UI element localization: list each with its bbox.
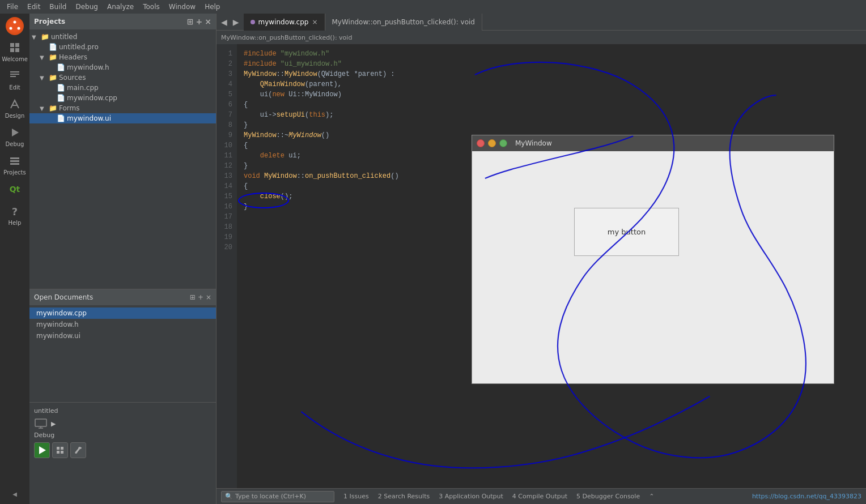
menu-bar: File Edit Build Debug Analyze Tools Wind… <box>0 0 866 14</box>
h-file-icon: 📄 <box>56 63 66 71</box>
monitor-icon <box>34 418 48 429</box>
menu-build[interactable]: Build <box>45 3 71 11</box>
sidebar-item-design[interactable]: Design <box>1 94 28 122</box>
code-line-9: } <box>244 120 859 130</box>
svg-rect-13 <box>10 157 19 159</box>
preview-content: my button <box>472 151 834 383</box>
debug-step-button[interactable] <box>52 442 68 458</box>
design-label: Design <box>5 113 25 119</box>
open-doc-mywindow-ui[interactable]: mywindow.ui <box>29 330 216 341</box>
tree-arrow: ▼ <box>40 75 48 81</box>
project-panel-header: Projects ⊞ + × <box>29 14 216 29</box>
tab-mywindow-cpp[interactable]: mywindow.cpp × <box>244 14 325 31</box>
menu-analyze[interactable]: Analyze <box>103 3 138 11</box>
status-url[interactable]: https://blog.csdn.net/qq_43393823 <box>752 493 861 500</box>
folder-icon: 📁 <box>48 74 58 82</box>
help-label: Help <box>9 220 22 226</box>
sidebar-icons: Welcome Edit Design Debug Projects <box>0 14 29 504</box>
editor-area: ◀ ▶ mywindow.cpp × MyWindow::on_pushButt… <box>216 14 866 504</box>
tree-label: main.cpp <box>67 84 99 92</box>
tree-arrow: ▼ <box>40 105 48 112</box>
sidebar-item-collapse[interactable]: ◀ <box>1 484 28 504</box>
status-search-box[interactable]: 🔍 Type to locate (Ctrl+K) <box>221 491 334 502</box>
tree-item-headers[interactable]: ▼ 📁 Headers <box>29 52 216 62</box>
svg-rect-22 <box>61 451 63 454</box>
welcome-label: Welcome <box>2 56 28 62</box>
win-maximize-button[interactable] <box>499 139 507 147</box>
preview-window-title: MyWindow <box>515 139 552 147</box>
tree-item-untitled[interactable]: ▼ 📁 untitled <box>29 32 216 42</box>
debug-label: Debug <box>6 141 24 147</box>
tree-item-forms[interactable]: ▼ 📁 Forms <box>29 103 216 113</box>
tab-function-sig[interactable]: MyWindow::on_pushButton_clicked(): void <box>325 14 482 31</box>
menu-debug[interactable]: Debug <box>71 3 102 11</box>
win-minimize-button[interactable] <box>488 139 496 147</box>
menu-window[interactable]: Window <box>164 3 200 11</box>
status-tab-compile[interactable]: 4 Compile Output <box>512 493 567 500</box>
win-close-button[interactable] <box>477 139 485 147</box>
svg-rect-6 <box>10 48 14 52</box>
panel-close-icon[interactable]: × <box>205 17 211 26</box>
sidebar-item-qt[interactable]: Qt <box>1 179 28 201</box>
sidebar-item-welcome[interactable]: Welcome <box>1 37 28 66</box>
svg-rect-8 <box>10 71 19 72</box>
panel-filter-icon[interactable]: ⊞ <box>187 17 194 26</box>
tree-item-mywindow-cpp[interactable]: 📄 mywindow.cpp <box>29 93 216 103</box>
tab-label2: MyWindow::on_pushButton_clicked(): void <box>332 18 475 26</box>
tree-item-mywindow-h[interactable]: 📄 mywindow.h <box>29 62 216 72</box>
debug-play-button[interactable] <box>34 442 50 458</box>
sidebar-item-help[interactable]: ? Help <box>1 201 28 229</box>
status-tab-expand-icon[interactable]: ⌃ <box>649 493 654 500</box>
line-numbers: 12345 678910 1112131415 1617181920 <box>216 44 237 488</box>
menu-help[interactable]: Help <box>200 3 224 11</box>
open-docs-header: Open Documents ⊞ + × <box>29 289 216 305</box>
preview-titlebar: MyWindow <box>472 135 834 151</box>
collapse-icon: ◀ <box>8 487 22 501</box>
tree-item-mywindow-ui[interactable]: 📄 mywindow.ui <box>29 113 216 123</box>
tab-close-icon[interactable]: × <box>312 18 317 26</box>
open-docs-close-icon[interactable]: × <box>206 293 211 301</box>
folder-icon: 📁 <box>48 53 58 61</box>
tree-label: Forms <box>59 104 79 112</box>
status-tab-app-output[interactable]: 3 Application Output <box>439 493 503 500</box>
play-triangle-icon <box>39 446 46 454</box>
menu-file[interactable]: File <box>2 3 23 11</box>
step-icon <box>56 446 64 454</box>
menu-tools[interactable]: Tools <box>138 3 164 11</box>
code-line-7: { <box>244 100 859 110</box>
my-button[interactable]: my button <box>574 208 679 256</box>
panel-add-icon[interactable]: + <box>196 17 203 26</box>
sidebar-item-debug[interactable]: Debug <box>1 122 28 151</box>
tree-item-sources[interactable]: ▼ 📁 Sources <box>29 72 216 83</box>
ubuntu-logo[interactable] <box>6 17 24 35</box>
open-doc-label: mywindow.h <box>36 321 79 328</box>
sidebar-item-projects[interactable]: Projects <box>1 151 28 179</box>
svg-rect-7 <box>15 48 19 52</box>
folder-icon: 📁 <box>40 33 50 41</box>
open-doc-mywindow-cpp[interactable]: mywindow.cpp <box>29 307 216 319</box>
open-docs-icons: ⊞ + × <box>190 293 211 301</box>
open-doc-label: mywindow.ui <box>36 332 80 340</box>
status-tab-search[interactable]: 2 Search Results <box>378 493 430 500</box>
sidebar-item-edit[interactable]: Edit <box>1 66 28 94</box>
tree-label: mywindow.ui <box>67 114 111 122</box>
status-tab-issues[interactable]: 1 Issues <box>343 493 369 500</box>
pro-file-icon: 📄 <box>48 43 58 51</box>
edit-icon <box>8 69 22 83</box>
breadcrumb-text: MyWindow::on_pushButton_clicked(): void <box>221 34 352 41</box>
menu-edit[interactable]: Edit <box>23 3 45 11</box>
code-editor[interactable]: 12345 678910 1112131415 1617181920 #incl… <box>216 44 866 488</box>
nav-forward[interactable]: ▶ <box>231 16 241 28</box>
cpp-tab-dot <box>251 20 255 24</box>
svg-rect-14 <box>10 160 19 162</box>
status-tab-debugger[interactable]: 5 Debugger Console <box>576 493 640 500</box>
open-docs-add-icon[interactable]: + <box>198 293 203 301</box>
open-docs-sort-icon[interactable]: ⊞ <box>190 293 196 301</box>
nav-back[interactable]: ◀ <box>219 16 230 28</box>
open-doc-mywindow-h[interactable]: mywindow.h <box>29 319 216 330</box>
debug-icon <box>8 126 22 139</box>
debug-wrench-button[interactable] <box>70 442 86 458</box>
cpp-file-icon: 📄 <box>56 84 66 92</box>
tree-item-untitled-pro[interactable]: 📄 untitled.pro <box>29 42 216 52</box>
tree-item-main-cpp[interactable]: 📄 main.cpp <box>29 83 216 93</box>
